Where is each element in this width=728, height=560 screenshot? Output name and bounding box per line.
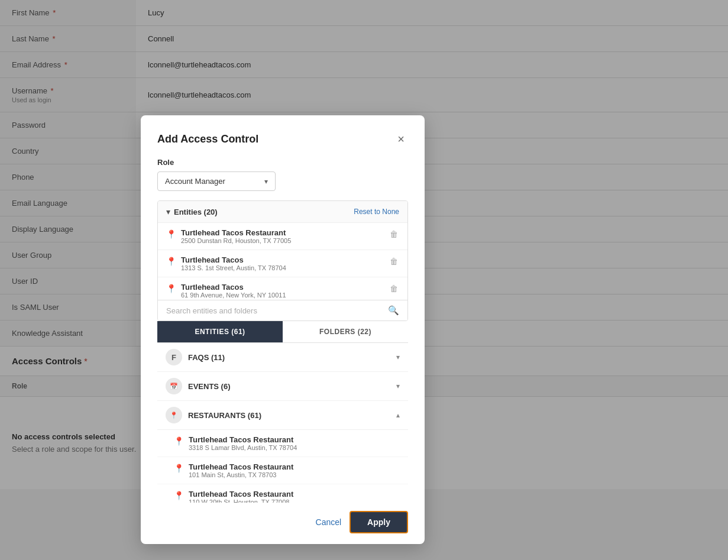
search-input[interactable] [166, 306, 383, 315]
chevron-down-icon: ▾ [396, 353, 400, 361]
location-icon: 📍 [174, 436, 184, 446]
modal-close-button[interactable]: × [394, 132, 408, 146]
entity-item: 📍 Turtlehead Tacos Restaurant 101 Main S… [157, 457, 408, 484]
selected-panel-header: ▾ Entities (20) Reset to None [158, 201, 407, 223]
location-icon: 📍 [166, 257, 176, 266]
location-icon: 📍 [166, 229, 176, 239]
faqs-group-name: FAQS (11) [188, 353, 225, 362]
chevron-down-icon: ▾ [396, 382, 400, 390]
selected-item: 📍 Turtlehead Tacos 61 9th Avenue, New Yo… [158, 277, 407, 300]
entity-list: F FAQS (11) ▾ 📅 EVENTS (6) ▾ 📍 RESTAURAN… [157, 343, 408, 503]
restaurants-group-header[interactable]: 📍 RESTAURANTS (61) ▴ [157, 401, 408, 430]
location-icon: 📍 [174, 491, 184, 500]
role-select-dropdown[interactable]: Account Manager ▾ [157, 171, 276, 191]
tab-folders[interactable]: FOLDERS (22) [283, 321, 408, 342]
selected-item-info: Turtlehead Tacos 61 9th Avenue, New York… [181, 283, 384, 299]
role-section: Role Account Manager ▾ [157, 158, 408, 191]
modal-title: Add Access Control [157, 133, 258, 145]
faqs-group-header[interactable]: F FAQS (11) ▾ [157, 343, 408, 372]
faqs-group-icon: F [166, 349, 182, 365]
selected-panel-title: Entities (20) [174, 208, 218, 216]
apply-button[interactable]: Apply [350, 511, 408, 533]
events-group-name: EVENTS (6) [188, 382, 231, 391]
entity-item: 📍 Turtlehead Tacos Restaurant 110 W 20th… [157, 484, 408, 503]
reset-to-none-link[interactable]: Reset to None [354, 208, 399, 216]
selected-items-list: 📍 Turtlehead Tacos Restaurant 2500 Dunst… [158, 223, 407, 300]
events-group-icon: 📅 [166, 378, 182, 394]
location-icon: 📍 [174, 464, 184, 473]
role-select-value: Account Manager [165, 177, 225, 186]
chevron-up-icon: ▴ [396, 411, 400, 419]
entity-item: 📍 Turtlehead Tacos Restaurant 3318 S Lam… [157, 430, 408, 457]
selected-item: 📍 Turtlehead Tacos Restaurant 2500 Dunst… [158, 223, 407, 250]
location-icon: 📍 [166, 284, 176, 293]
modal-header: Add Access Control × [157, 132, 408, 146]
selected-item-info: Turtlehead Tacos Restaurant 2500 Dunstan… [181, 228, 384, 244]
page-wrapper: First Name * Lucy Last Name * Connell Em… [0, 0, 728, 560]
delete-entity-button[interactable]: 🗑 [389, 283, 399, 294]
cancel-button[interactable]: Cancel [316, 517, 342, 527]
restaurants-group-icon: 📍 [166, 407, 182, 423]
selected-item-info: Turtlehead Tacos 1313 S. 1st Street, Aus… [181, 255, 384, 271]
tab-entities[interactable]: ENTITIES (61) [157, 321, 283, 342]
modal-footer: Cancel Apply [157, 503, 408, 544]
tabs-row: ENTITIES (61) FOLDERS (22) [157, 321, 408, 343]
search-icon: 🔍 [388, 305, 399, 316]
delete-entity-button[interactable]: 🗑 [389, 228, 399, 240]
delete-entity-button[interactable]: 🗑 [389, 255, 399, 267]
selected-entities-panel: ▾ Entities (20) Reset to None 📍 Turtlehe… [157, 200, 408, 321]
add-access-control-modal: Add Access Control × Role Account Manage… [141, 115, 425, 544]
selected-item: 📍 Turtlehead Tacos 1313 S. 1st Street, A… [158, 250, 407, 277]
search-bar: 🔍 [158, 300, 407, 321]
events-group-header[interactable]: 📅 EVENTS (6) ▾ [157, 372, 408, 401]
role-label: Role [157, 158, 408, 167]
restaurants-group-name: RESTAURANTS (61) [188, 411, 261, 420]
chevron-down-icon: ▾ [264, 177, 268, 186]
